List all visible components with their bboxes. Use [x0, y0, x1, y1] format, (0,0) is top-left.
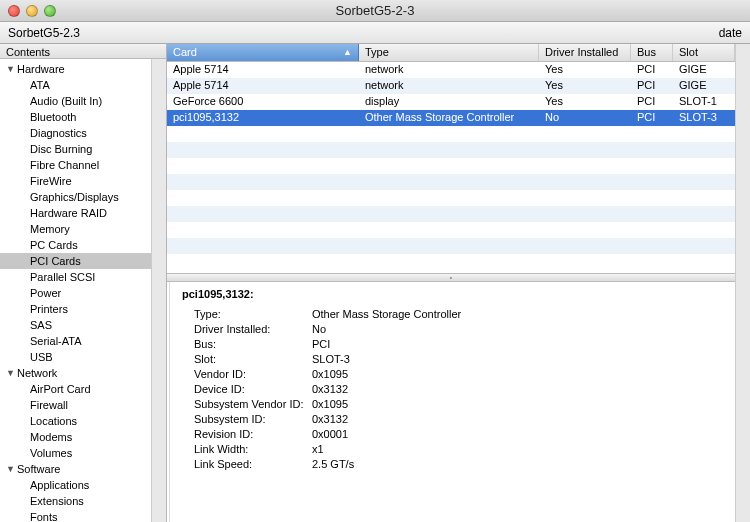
sidebar-item[interactable]: Bluetooth [0, 109, 151, 125]
detail-value: PCI [312, 338, 330, 353]
table-cell: GIGE [673, 78, 735, 94]
detail-field: Subsystem Vendor ID:0x1095 [182, 398, 723, 413]
table-cell [539, 238, 631, 254]
sidebar-item[interactable]: Power [0, 285, 151, 301]
sidebar-item[interactable]: Hardware RAID [0, 205, 151, 221]
sidebar-item[interactable]: Fibre Channel [0, 157, 151, 173]
table-cell [673, 222, 735, 238]
table-row[interactable]: pci1095,3132Other Mass Storage Controlle… [167, 110, 735, 126]
detail-field: Bus:PCI [182, 338, 723, 353]
sidebar-item[interactable]: Modems [0, 429, 151, 445]
detail-key: Vendor ID: [182, 368, 312, 383]
detail-value: 0x3132 [312, 413, 348, 428]
sidebar-item[interactable]: PC Cards [0, 237, 151, 253]
sidebar-item[interactable]: Audio (Built In) [0, 93, 151, 109]
window-titlebar: SorbetG5-2-3 [0, 0, 750, 22]
sidebar-item[interactable]: Serial-ATA [0, 333, 151, 349]
sidebar-item[interactable]: Disc Burning [0, 141, 151, 157]
table-row[interactable]: GeForce 6600displayYesPCISLOT-1 [167, 94, 735, 110]
sidebar-item[interactable]: USB [0, 349, 151, 365]
table-cell [673, 238, 735, 254]
sidebar-scrollbar[interactable] [151, 59, 166, 522]
table-cell [539, 126, 631, 142]
table-cell [167, 222, 359, 238]
table-cell: PCI [631, 78, 673, 94]
detail-key: Bus: [182, 338, 312, 353]
sidebar-item[interactable]: AirPort Card [0, 381, 151, 397]
detail-key: Driver Installed: [182, 323, 312, 338]
content-scrollbar[interactable] [735, 44, 750, 522]
toolbar-right-label: date [719, 26, 742, 40]
table-cell [631, 142, 673, 158]
sidebar-header[interactable]: Contents [0, 44, 166, 59]
sidebar-group[interactable]: ▼Network [0, 365, 151, 381]
table-row [167, 174, 735, 190]
table-cell [539, 158, 631, 174]
sidebar-item[interactable]: Memory [0, 221, 151, 237]
table-cell [167, 206, 359, 222]
sidebar-item[interactable]: Volumes [0, 445, 151, 461]
sidebar-item[interactable]: Applications [0, 477, 151, 493]
table-cell [673, 206, 735, 222]
table-cell [539, 222, 631, 238]
table-cell [539, 142, 631, 158]
table-cell [631, 174, 673, 190]
column-header[interactable]: Bus [631, 44, 673, 61]
table-cell [673, 174, 735, 190]
sidebar-item[interactable]: Fonts [0, 509, 151, 522]
sidebar-tree[interactable]: ▼HardwareATAAudio (Built In)BluetoothDia… [0, 59, 151, 522]
sidebar-group-label: Software [17, 463, 60, 475]
detail-value: Other Mass Storage Controller [312, 308, 461, 323]
sidebar-item[interactable]: Firewall [0, 397, 151, 413]
sidebar-group[interactable]: ▼Hardware [0, 61, 151, 77]
table-cell: Apple 5714 [167, 78, 359, 94]
sidebar-item[interactable]: Locations [0, 413, 151, 429]
table-cell [359, 126, 539, 142]
sidebar-item[interactable]: FireWire [0, 173, 151, 189]
table-cell [167, 126, 359, 142]
table-cell [359, 174, 539, 190]
table-row [167, 126, 735, 142]
table-header[interactable]: Card▲TypeDriver InstalledBusSlot [167, 44, 735, 62]
table-cell: Yes [539, 94, 631, 110]
sidebar-item[interactable]: ATA [0, 77, 151, 93]
pane-splitter[interactable]: • [167, 274, 735, 282]
sidebar-item[interactable]: Extensions [0, 493, 151, 509]
table-body: Apple 5714networkYesPCIGIGEApple 5714net… [167, 62, 735, 270]
column-header[interactable]: Slot [673, 44, 735, 61]
column-header[interactable]: Driver Installed [539, 44, 631, 61]
sidebar-group[interactable]: ▼Software [0, 461, 151, 477]
sidebar-item[interactable]: PCI Cards [0, 253, 151, 269]
sidebar-item[interactable]: Printers [0, 301, 151, 317]
sidebar-item[interactable]: Diagnostics [0, 125, 151, 141]
table-cell [631, 190, 673, 206]
table-row[interactable]: Apple 5714networkYesPCIGIGE [167, 62, 735, 78]
detail-key: Subsystem Vendor ID: [182, 398, 312, 413]
table-cell [359, 238, 539, 254]
disclosure-triangle-icon[interactable]: ▼ [6, 64, 16, 74]
table-cell [359, 142, 539, 158]
table-cell [673, 254, 735, 270]
sidebar-group-label: Network [17, 367, 57, 379]
detail-field: Subsystem ID:0x3132 [182, 413, 723, 428]
detail-key: Revision ID: [182, 428, 312, 443]
column-header[interactable]: Card▲ [167, 44, 359, 61]
detail-key: Type: [182, 308, 312, 323]
table-cell [539, 190, 631, 206]
table-row[interactable]: Apple 5714networkYesPCIGIGE [167, 78, 735, 94]
detail-field: Type:Other Mass Storage Controller [182, 308, 723, 323]
disclosure-triangle-icon[interactable]: ▼ [6, 368, 16, 378]
sidebar-item[interactable]: Parallel SCSI [0, 269, 151, 285]
table-cell: Apple 5714 [167, 62, 359, 78]
table-cell: Yes [539, 62, 631, 78]
sidebar-item[interactable]: Graphics/Displays [0, 189, 151, 205]
sidebar: Contents ▼HardwareATAAudio (Built In)Blu… [0, 44, 167, 522]
detail-key: Slot: [182, 353, 312, 368]
table-cell [539, 254, 631, 270]
table-cell [673, 158, 735, 174]
column-header[interactable]: Type [359, 44, 539, 61]
sidebar-item[interactable]: SAS [0, 317, 151, 333]
table-cell [631, 126, 673, 142]
disclosure-triangle-icon[interactable]: ▼ [6, 464, 16, 474]
table-cell: Yes [539, 78, 631, 94]
